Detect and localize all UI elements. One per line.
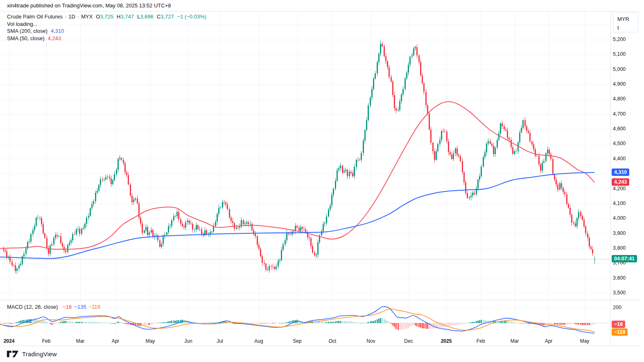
footer: TradingView xyxy=(7,349,57,359)
sma50-value: 4,243 xyxy=(48,35,61,41)
pane-borders xyxy=(0,11,641,346)
attribution-bar: xin4trade published on TradingView.com, … xyxy=(0,0,644,11)
symbol-title[interactable]: Crude Palm Oil Futures xyxy=(7,14,63,20)
price-axis-label: 3,500 xyxy=(613,290,626,296)
candles xyxy=(3,41,595,274)
macd-legend[interactable]: MACD (12, 26, close)−16−135−119 xyxy=(7,304,105,310)
price-axis-label: 4,100 xyxy=(613,200,626,206)
time-axis-label-2025: 2025 xyxy=(441,338,452,344)
ohlc-o: O3,725 xyxy=(96,14,113,20)
price-axis-label: 4,500 xyxy=(613,141,626,146)
sma200-label: SMA (200, close) xyxy=(7,28,47,34)
macd-value-0: −16 xyxy=(63,304,72,310)
time-axis-label-aug: Aug xyxy=(254,338,263,344)
tradingview-brand-text[interactable]: TradingView xyxy=(22,351,57,357)
macd-signal-badge: −119 xyxy=(612,328,628,336)
sma200-price-badge: 4,310 xyxy=(612,168,629,176)
price-axis-label: 4,200 xyxy=(613,186,626,191)
time-axis-label-sep: Sep xyxy=(293,338,301,344)
tradingview-chart-snapshot: xin4trade published on TradingView.com, … xyxy=(0,0,644,362)
time-axis-label-feb: Feb xyxy=(42,338,51,344)
time-axis-label-mar: Mar xyxy=(76,338,85,344)
time-axis-label-mar: Mar xyxy=(511,338,519,344)
attribution-text: xin4trade published on TradingView.com, … xyxy=(7,2,171,9)
price-axis-label: 5,200 xyxy=(613,36,626,42)
symbol-row[interactable]: Crude Palm Oil Futures·1D·MYXO3,725H3,74… xyxy=(7,14,206,21)
price-axis-label: 4,000 xyxy=(613,215,626,221)
change-value: −1 (−0.03%) xyxy=(177,14,207,20)
macd-label: MACD (12, 26, close) xyxy=(7,304,58,310)
interval-label[interactable]: 1D xyxy=(68,14,75,20)
sma50-legend[interactable]: SMA (50, close)4,243 xyxy=(7,35,206,43)
price-axis-label: 4,800 xyxy=(613,96,626,102)
symbol-legend: Crude Palm Oil Futures·1D·MYXO3,725H3,74… xyxy=(7,14,206,42)
axis-unit-box[interactable]: MYR t xyxy=(613,13,638,32)
ohlc-h: H3,747 xyxy=(117,14,134,20)
time-axis-label-apr: Apr xyxy=(545,338,553,344)
time-axis-label-dec: Dec xyxy=(404,338,413,344)
countdown-badge: 04:07:41 xyxy=(612,255,637,262)
price-axis-label: 5,100 xyxy=(613,51,626,57)
price-axis-label: 4,600 xyxy=(613,126,626,132)
sma50-label: SMA (50, close) xyxy=(7,35,45,41)
exchange-label[interactable]: MYX xyxy=(81,14,93,20)
sma200-legend[interactable]: SMA (200, close)4,310 xyxy=(7,28,206,35)
separator-dot: · xyxy=(77,14,79,20)
macd-values: −16−135−119 xyxy=(60,304,103,310)
time-axis-label-nov: Nov xyxy=(366,338,375,344)
time-axis-label-apr: Apr xyxy=(112,338,120,344)
grid-lines xyxy=(0,11,610,336)
price-axis-label: 3,900 xyxy=(613,230,626,236)
price-axis-label: 3,600 xyxy=(613,275,626,281)
macd-value-1: −135 xyxy=(74,304,86,310)
macd-hist-badge: −16 xyxy=(612,321,625,328)
price-axis-label: 4,900 xyxy=(613,81,626,87)
ohlc-values: O3,725H3,747L3,696C3,727 xyxy=(93,14,174,20)
time-axis-label-2024: 2024 xyxy=(4,338,15,344)
time-axis-label-jul: Jul xyxy=(217,338,223,344)
tradingview-logo-icon[interactable] xyxy=(7,349,19,359)
axis-unit[interactable]: t xyxy=(617,23,638,32)
time-axis-label-oct: Oct xyxy=(329,338,337,344)
price-axis-label: 3,800 xyxy=(613,245,626,251)
price-axis-label: 4,700 xyxy=(613,111,626,117)
macd-value-2: −119 xyxy=(89,304,100,310)
sma50-price-badge: 4,243 xyxy=(612,178,629,186)
macd-axis-label: 200 xyxy=(613,305,621,310)
time-axis-label-may: May xyxy=(580,338,590,344)
time-axis-label-jun: Jun xyxy=(184,338,192,344)
volume-legend[interactable]: Vol loading... xyxy=(7,21,206,28)
axis-currency[interactable]: MYR xyxy=(617,15,638,23)
ohlc-c: C3,727 xyxy=(157,14,174,20)
price-axis-label: 5,000 xyxy=(613,66,626,72)
ohlc-l: L3,696 xyxy=(137,14,154,20)
separator-dot: · xyxy=(65,14,66,20)
time-axis-label-feb: Feb xyxy=(477,338,485,344)
time-axis-label-may: May xyxy=(146,338,155,344)
volume-status: Vol loading... xyxy=(7,21,37,27)
sma200-value: 4,310 xyxy=(51,28,64,34)
price-axis-label: 4,400 xyxy=(613,156,626,162)
